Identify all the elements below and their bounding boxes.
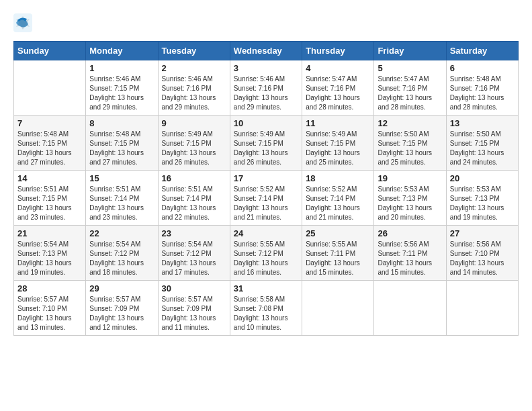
day-number: 17 — [234, 173, 298, 183]
day-info: Sunrise: 5:51 AMSunset: 7:14 PMDaylight:… — [89, 185, 154, 222]
calendar-cell: 9Sunrise: 5:49 AMSunset: 7:15 PMDaylight… — [158, 116, 230, 171]
calendar-cell: 11Sunrise: 5:49 AMSunset: 7:15 PMDayligh… — [302, 116, 374, 171]
day-info: Sunrise: 5:47 AMSunset: 7:16 PMDaylight:… — [306, 75, 370, 112]
calendar-cell: 14Sunrise: 5:51 AMSunset: 7:15 PMDayligh… — [14, 171, 86, 226]
calendar-header-thursday: Thursday — [302, 42, 374, 60]
calendar-cell: 16Sunrise: 5:51 AMSunset: 7:14 PMDayligh… — [158, 171, 230, 226]
day-info: Sunrise: 5:58 AMSunset: 7:08 PMDaylight:… — [234, 295, 298, 332]
day-info: Sunrise: 5:52 AMSunset: 7:14 PMDaylight:… — [306, 185, 370, 222]
calendar-cell: 8Sunrise: 5:48 AMSunset: 7:15 PMDaylight… — [86, 116, 158, 171]
day-info: Sunrise: 5:46 AMSunset: 7:16 PMDaylight:… — [234, 75, 298, 112]
day-number: 24 — [234, 228, 298, 238]
calendar-cell: 30Sunrise: 5:57 AMSunset: 7:09 PMDayligh… — [158, 281, 230, 336]
day-number: 19 — [378, 173, 442, 183]
calendar-cell — [446, 281, 518, 336]
calendar-cell: 28Sunrise: 5:57 AMSunset: 7:10 PMDayligh… — [14, 281, 86, 336]
day-number: 25 — [306, 228, 370, 238]
calendar-header-row: SundayMondayTuesdayWednesdayThursdayFrid… — [14, 42, 519, 60]
calendar-cell: 2Sunrise: 5:46 AMSunset: 7:16 PMDaylight… — [158, 60, 230, 116]
day-info: Sunrise: 5:57 AMSunset: 7:09 PMDaylight:… — [162, 295, 226, 332]
day-number: 29 — [89, 283, 154, 293]
day-number: 5 — [378, 63, 442, 73]
calendar-cell: 25Sunrise: 5:55 AMSunset: 7:11 PMDayligh… — [302, 226, 374, 281]
day-number: 1 — [89, 63, 154, 73]
day-info: Sunrise: 5:57 AMSunset: 7:09 PMDaylight:… — [89, 295, 154, 332]
day-info: Sunrise: 5:54 AMSunset: 7:12 PMDaylight:… — [162, 240, 226, 277]
calendar-cell: 17Sunrise: 5:52 AMSunset: 7:14 PMDayligh… — [230, 171, 302, 226]
calendar-cell — [374, 281, 446, 336]
day-info: Sunrise: 5:48 AMSunset: 7:16 PMDaylight:… — [450, 75, 515, 112]
day-number: 14 — [17, 173, 82, 183]
calendar-cell: 10Sunrise: 5:49 AMSunset: 7:15 PMDayligh… — [230, 116, 302, 171]
calendar-cell: 18Sunrise: 5:52 AMSunset: 7:14 PMDayligh… — [302, 171, 374, 226]
day-number: 27 — [450, 228, 515, 238]
day-info: Sunrise: 5:48 AMSunset: 7:15 PMDaylight:… — [17, 130, 82, 167]
calendar-header-tuesday: Tuesday — [158, 42, 230, 60]
day-number: 28 — [17, 283, 82, 293]
calendar-cell: 12Sunrise: 5:50 AMSunset: 7:15 PMDayligh… — [374, 116, 446, 171]
day-number: 18 — [306, 173, 370, 183]
day-number: 21 — [17, 228, 82, 238]
calendar-cell: 20Sunrise: 5:53 AMSunset: 7:13 PMDayligh… — [446, 171, 518, 226]
day-number: 6 — [450, 63, 515, 73]
day-number: 12 — [378, 118, 442, 128]
calendar-week-row: 1Sunrise: 5:46 AMSunset: 7:15 PMDaylight… — [14, 60, 519, 116]
calendar-cell: 29Sunrise: 5:57 AMSunset: 7:09 PMDayligh… — [86, 281, 158, 336]
day-info: Sunrise: 5:55 AMSunset: 7:12 PMDaylight:… — [234, 240, 298, 277]
day-info: Sunrise: 5:49 AMSunset: 7:15 PMDaylight:… — [234, 130, 298, 167]
day-number: 15 — [89, 173, 154, 183]
calendar-cell: 7Sunrise: 5:48 AMSunset: 7:15 PMDaylight… — [14, 116, 86, 171]
calendar-cell: 31Sunrise: 5:58 AMSunset: 7:08 PMDayligh… — [230, 281, 302, 336]
day-info: Sunrise: 5:56 AMSunset: 7:11 PMDaylight:… — [378, 240, 442, 277]
calendar-cell: 21Sunrise: 5:54 AMSunset: 7:13 PMDayligh… — [14, 226, 86, 281]
day-number: 2 — [162, 63, 226, 73]
calendar-cell: 24Sunrise: 5:55 AMSunset: 7:12 PMDayligh… — [230, 226, 302, 281]
calendar-cell: 13Sunrise: 5:50 AMSunset: 7:15 PMDayligh… — [446, 116, 518, 171]
day-number: 10 — [234, 118, 298, 128]
calendar-cell: 19Sunrise: 5:53 AMSunset: 7:13 PMDayligh… — [374, 171, 446, 226]
day-number: 9 — [162, 118, 226, 128]
calendar-header-saturday: Saturday — [446, 42, 518, 60]
calendar-cell: 1Sunrise: 5:46 AMSunset: 7:15 PMDaylight… — [86, 60, 158, 116]
day-number: 13 — [450, 118, 515, 128]
day-info: Sunrise: 5:54 AMSunset: 7:12 PMDaylight:… — [89, 240, 154, 277]
logo — [13, 13, 34, 32]
calendar-cell: 22Sunrise: 5:54 AMSunset: 7:12 PMDayligh… — [86, 226, 158, 281]
calendar-header-friday: Friday — [374, 42, 446, 60]
calendar-cell: 3Sunrise: 5:46 AMSunset: 7:16 PMDaylight… — [230, 60, 302, 116]
day-number: 3 — [234, 63, 298, 73]
day-info: Sunrise: 5:50 AMSunset: 7:15 PMDaylight:… — [378, 130, 442, 167]
calendar-cell: 23Sunrise: 5:54 AMSunset: 7:12 PMDayligh… — [158, 226, 230, 281]
day-number: 22 — [89, 228, 154, 238]
day-number: 23 — [162, 228, 226, 238]
day-info: Sunrise: 5:50 AMSunset: 7:15 PMDaylight:… — [450, 130, 515, 167]
calendar-cell: 5Sunrise: 5:47 AMSunset: 7:16 PMDaylight… — [374, 60, 446, 116]
day-number: 11 — [306, 118, 370, 128]
day-info: Sunrise: 5:54 AMSunset: 7:13 PMDaylight:… — [17, 240, 82, 277]
calendar-cell — [302, 281, 374, 336]
day-number: 30 — [162, 283, 226, 293]
calendar-week-row: 28Sunrise: 5:57 AMSunset: 7:10 PMDayligh… — [14, 281, 519, 336]
calendar-table: SundayMondayTuesdayWednesdayThursdayFrid… — [13, 41, 519, 336]
day-number: 4 — [306, 63, 370, 73]
logo-icon — [13, 13, 32, 32]
day-info: Sunrise: 5:51 AMSunset: 7:15 PMDaylight:… — [17, 185, 82, 222]
calendar-cell — [14, 60, 86, 116]
day-info: Sunrise: 5:46 AMSunset: 7:16 PMDaylight:… — [162, 75, 226, 112]
calendar-cell: 15Sunrise: 5:51 AMSunset: 7:14 PMDayligh… — [86, 171, 158, 226]
day-info: Sunrise: 5:46 AMSunset: 7:15 PMDaylight:… — [89, 75, 154, 112]
day-number: 26 — [378, 228, 442, 238]
top-bar — [13, 13, 519, 36]
day-info: Sunrise: 5:53 AMSunset: 7:13 PMDaylight:… — [450, 185, 515, 222]
calendar-cell: 26Sunrise: 5:56 AMSunset: 7:11 PMDayligh… — [374, 226, 446, 281]
calendar-header-monday: Monday — [86, 42, 158, 60]
day-info: Sunrise: 5:52 AMSunset: 7:14 PMDaylight:… — [234, 185, 298, 222]
day-info: Sunrise: 5:57 AMSunset: 7:10 PMDaylight:… — [17, 295, 82, 332]
day-info: Sunrise: 5:48 AMSunset: 7:15 PMDaylight:… — [89, 130, 154, 167]
day-number: 16 — [162, 173, 226, 183]
day-info: Sunrise: 5:47 AMSunset: 7:16 PMDaylight:… — [378, 75, 442, 112]
day-info: Sunrise: 5:55 AMSunset: 7:11 PMDaylight:… — [306, 240, 370, 277]
day-number: 31 — [234, 283, 298, 293]
calendar-cell: 6Sunrise: 5:48 AMSunset: 7:16 PMDaylight… — [446, 60, 518, 116]
calendar-week-row: 7Sunrise: 5:48 AMSunset: 7:15 PMDaylight… — [14, 116, 519, 171]
